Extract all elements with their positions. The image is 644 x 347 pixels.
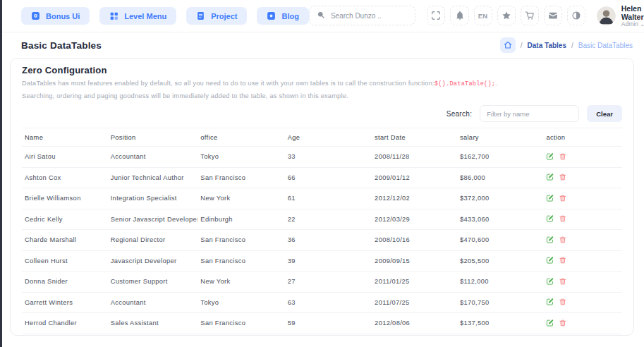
language-label: EN	[478, 12, 488, 20]
cell-position: Senior Javascript Developer	[108, 209, 198, 230]
cell-office: New York	[198, 188, 284, 209]
breadcrumb-item-data-tables[interactable]: Data Tables	[528, 42, 566, 49]
table-row: Brielle WilliamsonIntegration Specialist…	[22, 188, 622, 209]
table-header-row: NamePositionofficeAgestart Datesalaryact…	[22, 128, 622, 147]
breadcrumb-separator: /	[571, 42, 573, 49]
cell-office: San Francisco	[198, 250, 284, 272]
cell-start-date: 2011/07/25	[372, 292, 457, 313]
card-description-line2: Searching, ordering and paging goodness …	[22, 92, 622, 101]
clear-button[interactable]: Clear	[587, 105, 622, 122]
global-search[interactable]	[309, 6, 416, 25]
delete-button[interactable]	[559, 194, 567, 202]
cell-actions	[543, 292, 622, 313]
cell-office: Tokyo	[198, 292, 284, 313]
column-header[interactable]: Name	[22, 128, 108, 147]
edit-button[interactable]	[546, 319, 554, 327]
edit-button[interactable]	[546, 214, 554, 223]
table-row: Airi SatouAccountantTokyo332008/11/28$16…	[22, 147, 622, 168]
user-meta: Helen Walter Admin ⌄	[621, 4, 644, 28]
cell-age: 39	[285, 250, 372, 272]
cell-office: San Francisco	[198, 313, 284, 334]
edit-button[interactable]	[546, 152, 554, 161]
table-row: Charde MarshallRegional DirectorSan Fran…	[22, 230, 622, 251]
nav-pill-bonus-ui[interactable]: Bonus Ui	[21, 7, 90, 25]
page-title: Basic DataTables	[21, 40, 102, 51]
table-row: Donna SniderCustomer SupportNew York2720…	[22, 272, 622, 293]
filter-by-name-input[interactable]	[480, 105, 579, 122]
global-search-input[interactable]	[331, 12, 408, 20]
star-icon[interactable]	[497, 6, 516, 25]
cell-start-date: 2008/11/28	[372, 147, 457, 168]
column-header[interactable]: action	[543, 128, 622, 147]
edit-button[interactable]	[546, 173, 554, 181]
table-row: Ashton CoxJunior Technical AuthorSan Fra…	[22, 167, 622, 188]
delete-button[interactable]	[559, 319, 567, 327]
cell-start-date: 2012/08/06	[372, 313, 457, 334]
nav-pill-label: Blog	[281, 12, 298, 20]
project-icon	[196, 11, 205, 20]
column-header[interactable]: Age	[285, 128, 372, 147]
bell-icon[interactable]	[450, 6, 468, 25]
language-toggle[interactable]: EN	[474, 6, 492, 25]
delete-button[interactable]	[559, 298, 567, 306]
cell-name: Ashton Cox	[22, 167, 108, 188]
edit-button[interactable]	[546, 194, 554, 202]
cell-salary: $112,000	[457, 272, 544, 293]
column-header[interactable]: salary	[457, 128, 544, 147]
cell-position: Sales Assistant	[108, 313, 198, 334]
cell-name: Jena Gaines	[22, 334, 108, 336]
breadcrumb-item-current: Basic DataTables	[578, 42, 633, 49]
cell-office: Tokyo	[198, 147, 284, 168]
cell-position: Junior Technical Author	[108, 167, 198, 188]
delete-button[interactable]	[559, 173, 567, 181]
delete-button[interactable]	[559, 277, 567, 286]
nav-pill-label: Project	[211, 12, 237, 20]
edit-button[interactable]	[546, 298, 554, 306]
edit-button[interactable]	[546, 277, 554, 286]
nav-pill-blog[interactable]: Blog	[257, 7, 308, 25]
cell-name: Charde Marshall	[22, 230, 108, 251]
cell-age: 36	[285, 230, 372, 251]
delete-button[interactable]	[559, 214, 567, 223]
blog-icon	[267, 11, 276, 20]
maximize-icon[interactable]	[427, 6, 445, 25]
cell-salary: $372,000	[457, 188, 544, 209]
cell-name: Brielle Williamson	[22, 188, 108, 209]
cell-position: Accountant	[108, 147, 198, 168]
cell-actions	[543, 188, 622, 209]
table-filter-row: Search: Clear	[22, 105, 622, 122]
breadcrumb-separator: /	[521, 42, 523, 49]
mail-icon[interactable]	[544, 6, 562, 25]
cell-position: Regional Director	[108, 230, 198, 251]
user-menu[interactable]: Helen Walter Admin ⌄	[597, 4, 644, 28]
topbar-actions: EN Helen Walter Admin ⌄	[309, 4, 644, 28]
cart-icon[interactable]	[521, 6, 539, 25]
avatar	[597, 6, 616, 25]
delete-button[interactable]	[559, 152, 567, 161]
level-menu-icon	[109, 11, 119, 20]
home-icon[interactable]	[500, 37, 516, 53]
column-header[interactable]: office	[198, 128, 284, 147]
table-row: Herrod ChandlerSales AssistantSan Franci…	[22, 313, 622, 334]
cell-actions	[543, 167, 622, 188]
table-row: Cedric KellySenior Javascript DeveloperE…	[22, 209, 622, 230]
column-header[interactable]: start Date	[372, 128, 457, 147]
nav-pill-level-menu[interactable]: Level Menu	[99, 7, 176, 25]
cell-salary: $137,500	[457, 313, 544, 334]
column-header[interactable]: Position	[108, 128, 198, 147]
cell-name: Herrod Chandler	[22, 313, 108, 334]
delete-button[interactable]	[559, 236, 567, 244]
cell-salary: $470,600	[457, 230, 544, 251]
user-role: Admin ⌄	[621, 21, 644, 28]
nav-pill-project[interactable]: Project	[186, 7, 247, 25]
cell-start-date: 2012/03/29	[372, 209, 457, 230]
cell-position: Accountant	[108, 292, 198, 313]
edit-button[interactable]	[546, 236, 554, 244]
cell-actions	[543, 230, 622, 251]
cell-office: New York	[198, 272, 284, 293]
cell-start-date: 2012/12/02	[372, 188, 457, 209]
edit-button[interactable]	[546, 256, 554, 264]
delete-button[interactable]	[559, 256, 567, 264]
contrast-icon[interactable]	[567, 6, 585, 25]
chevron-down-icon: ⌄	[640, 21, 644, 28]
